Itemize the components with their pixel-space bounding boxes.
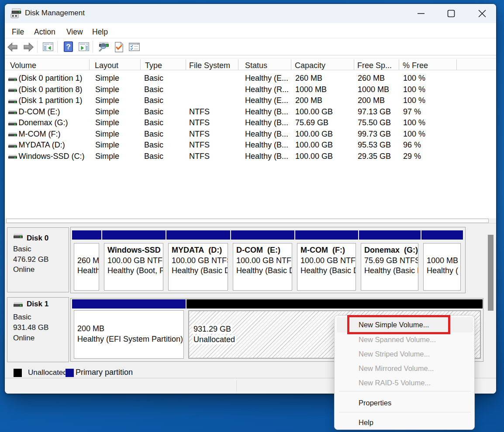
svg-text:?: ? [66, 43, 70, 51]
